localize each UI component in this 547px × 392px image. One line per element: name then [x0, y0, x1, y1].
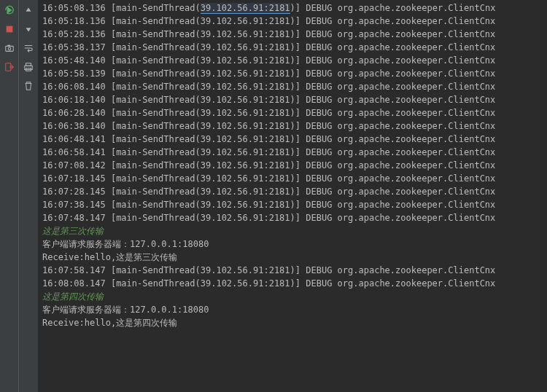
toolbar-secondary — [19, 0, 38, 392]
output-receive-1: Receive:hello,这是第三次传输 — [42, 251, 543, 264]
log-line: 16:05:18.136 [main-SendThread(39.102.56.… — [42, 15, 543, 28]
log-line: 16:07:58.147 [main-SendThread(39.102.56.… — [42, 264, 543, 277]
highlighted-ip: 39.102.56.91:2181 — [201, 3, 290, 14]
exit-icon — [4, 62, 15, 72]
svg-rect-0 — [6, 26, 12, 33]
log-line: 16:07:18.145 [main-SendThread(39.102.56.… — [42, 172, 543, 185]
log-line: 16:08:08.147 [main-SendThread(39.102.56.… — [42, 277, 543, 290]
clear-button[interactable] — [21, 79, 36, 93]
svg-point-2 — [8, 47, 11, 50]
log-line: 16:05:38.137 [main-SendThread(39.102.56.… — [42, 41, 543, 54]
scroll-up-button[interactable] — [21, 3, 36, 17]
camera-icon — [4, 43, 15, 53]
scroll-down-button[interactable] — [21, 22, 36, 36]
output-receive-2: Receive:hello,这是第四次传输 — [42, 316, 543, 329]
down-icon — [23, 24, 34, 34]
svg-rect-5 — [26, 63, 31, 66]
console-output[interactable]: 16:05:08.136 [main-SendThread(39.102.56.… — [38, 0, 547, 392]
log-line: 16:06:08.140 [main-SendThread(39.102.56.… — [42, 80, 543, 93]
trash-icon — [23, 81, 34, 91]
soft-wrap-button[interactable] — [21, 41, 36, 55]
log-line: 16:05:58.139 [main-SendThread(39.102.56.… — [42, 67, 543, 80]
svg-rect-3 — [7, 45, 10, 47]
output-green-2: 这是第四次传输 — [42, 290, 543, 303]
output-client-2: 客户端请求服务器端：127.0.0.1:18080 — [42, 303, 543, 316]
log-line: 16:06:28.140 [main-SendThread(39.102.56.… — [42, 106, 543, 119]
log-line: 16:06:58.141 [main-SendThread(39.102.56.… — [42, 146, 543, 159]
rerun-icon — [4, 5, 15, 15]
svg-rect-1 — [5, 46, 13, 51]
wrap-icon — [23, 43, 34, 53]
log-line: 16:05:28.136 [main-SendThread(39.102.56.… — [42, 28, 543, 41]
toolbar-left — [0, 0, 19, 392]
log-line: 16:07:38.145 [main-SendThread(39.102.56.… — [42, 198, 543, 211]
log-line: 16:07:28.145 [main-SendThread(39.102.56.… — [42, 185, 543, 198]
output-client-1: 客户端请求服务器端：127.0.0.1:18080 — [42, 238, 543, 251]
log-line: 16:06:48.141 [main-SendThread(39.102.56.… — [42, 133, 543, 146]
rerun-button[interactable] — [2, 3, 17, 17]
stop-button[interactable] — [2, 22, 17, 36]
log-line: 16:07:48.147 [main-SendThread(39.102.56.… — [42, 211, 543, 224]
print-button[interactable] — [21, 60, 36, 74]
up-icon — [23, 5, 34, 15]
log-line-partial: 16:05:08.136 [main-SendThread(39.102.56.… — [42, 1, 543, 15]
log-line: 16:06:18.140 [main-SendThread(39.102.56.… — [42, 93, 543, 106]
log-line: 16:07:08.142 [main-SendThread(39.102.56.… — [42, 159, 543, 172]
exit-button[interactable] — [2, 60, 17, 74]
output-green-1: 这是第三次传输 — [42, 224, 543, 238]
log-line: 16:06:38.140 [main-SendThread(39.102.56.… — [42, 119, 543, 133]
stop-icon — [4, 24, 15, 34]
camera-button[interactable] — [2, 41, 17, 55]
print-icon — [23, 62, 34, 72]
log-line: 16:05:48.140 [main-SendThread(39.102.56.… — [42, 54, 543, 67]
